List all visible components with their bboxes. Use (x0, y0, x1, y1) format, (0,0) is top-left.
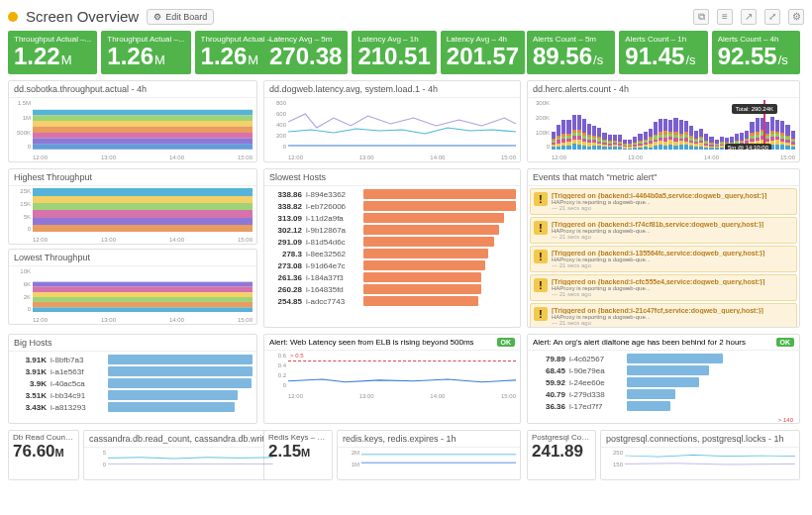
alert-latency-panel[interactable]: Alert: Web Latency seen from ELB is risi… (263, 334, 521, 424)
chart-tooltip-time: 5m @ 14:10:00 (725, 144, 771, 150)
host-row[interactable]: 261.36i-184a37f3 (268, 272, 516, 282)
host-row[interactable]: 338.86i-894e3362 (268, 189, 516, 199)
status-badge: OK (497, 338, 516, 347)
alerts-chart-panel[interactable]: dd.herc.alerts.count - 4h 300K200K100K0 … (527, 80, 800, 162)
status-badge: OK (776, 338, 795, 347)
alerts-tiles: Alerts Count – 5m89.56/s Alerts Count – … (527, 31, 800, 74)
host-row[interactable]: 254.85i-adcc7743 (268, 296, 516, 306)
fullscreen-icon[interactable]: ⤢ (764, 9, 780, 25)
throughput-tiles: Throughput Actual –...1.22M Throughput A… (8, 31, 257, 74)
x-axis: 12:0013:0014:0015:00 (288, 393, 516, 399)
alert-latency-title: Alert: Web Latency seen from ELB is risi… (269, 338, 474, 347)
tile-latency-1h[interactable]: Latency Avg – 1h210.51 (352, 31, 436, 74)
pg-connect-tile[interactable]: Postgresql Connect...241.89 (527, 430, 596, 480)
host-row[interactable]: 79.89i-4c62567 (532, 354, 795, 363)
throughput-chart-title: dd.sobotka.throughput.actual - 4h (9, 81, 256, 98)
x-axis: 12:0013:0014:0015:00 (288, 154, 516, 160)
tile-alerts-1h[interactable]: Alerts Count – 1h91.45/s (619, 31, 707, 74)
x-axis: 12:0013:0014:0015:00 (552, 154, 795, 160)
alert-dialtone-panel[interactable]: Alert: An org's alert dialtone age has b… (527, 334, 800, 424)
host-row[interactable]: 291.09i-81d54d6c (268, 237, 516, 247)
snapshot-icon[interactable]: ⧉ (693, 9, 709, 25)
y-axis: 25K15K5K0 (11, 188, 31, 232)
event-row[interactable]: ![Triggered on {backend:i-135564fc,servi… (530, 246, 797, 272)
tile-latency-4h[interactable]: Latency Avg – 4h201.57 (441, 31, 525, 74)
big-hosts-title: Big Hosts (9, 335, 256, 352)
host-row[interactable]: 3.51Ki-bb34c91 (13, 390, 253, 400)
host-row[interactable]: 36.36i-17ed7f7 (532, 401, 795, 411)
threshold-label: > 140 (778, 417, 793, 423)
share-icon[interactable]: ↗ (741, 9, 757, 25)
latency-chart-title: dd.dogweb.latency.avg, system.load.1 - 4… (264, 81, 520, 98)
graph-icon[interactable]: ≡ (717, 9, 733, 25)
y-axis: 0.60.40.20 (266, 353, 286, 388)
y-axis: 10K6K2K0 (11, 268, 31, 312)
host-row[interactable]: 3.9Ki-40ac5ca (13, 378, 253, 388)
y-axis: 1.5M1M500K0 (11, 100, 31, 150)
gear-icon: ⚙ (153, 12, 161, 22)
warning-icon: ! (534, 250, 548, 263)
latency-chart-panel[interactable]: dd.dogweb.latency.avg, system.load.1 - 4… (263, 80, 521, 162)
event-row[interactable]: ![Triggered on {backend:i-4464b0a5,servi… (530, 188, 797, 215)
lowest-throughput-panel[interactable]: Lowest Throughput 10K6K2K0 12:0013:0014:… (8, 249, 257, 325)
throughput-chart-panel[interactable]: dd.sobotka.throughput.actual - 4h 1.5M1M… (8, 80, 257, 162)
events-panel[interactable]: Events that match "metric alert" ![Trigg… (527, 168, 800, 328)
x-axis: 12:0013:0014:0015:00 (33, 237, 253, 243)
tile-alerts-4h[interactable]: Alerts Count – 4h92.55/s (712, 31, 800, 74)
warning-icon: ! (534, 307, 548, 321)
highest-throughput-panel[interactable]: Highest Throughput 25K15K5K0 12:0013:001… (8, 168, 257, 245)
warning-icon: ! (534, 192, 548, 206)
y-axis: 8006004002000 (266, 100, 286, 150)
host-row[interactable]: 59.92i-24ee60e (532, 377, 795, 387)
x-axis: 12:0013:0014:0015:00 (33, 154, 253, 160)
cassandra-chart[interactable]: cassandra.db.read_count, cassandra.db.wr… (83, 430, 278, 480)
chart-tooltip: Total: 290.24K (732, 104, 777, 114)
edit-board-button[interactable]: ⚙ Edit Board (147, 9, 214, 25)
highest-title: Highest Throughput (9, 169, 256, 186)
latency-tiles: Latency Avg – 5m270.38 Latency Avg – 1h2… (263, 31, 521, 74)
host-row[interactable]: 3.91Ki-a1e563f (13, 366, 253, 376)
tile-throughput-1h[interactable]: Throughput Actual –...1.26M (101, 31, 190, 74)
slowest-title: Slowest Hosts (264, 169, 520, 186)
host-row[interactable]: 3.43Ki-a813293 (13, 402, 253, 412)
x-axis: 12:0013:0014:0015:00 (33, 317, 253, 323)
y-axis: 300K200K100K0 (530, 100, 550, 150)
status-dot-icon (8, 12, 18, 22)
top-bar: Screen Overview ⚙ Edit Board ⧉ ≡ ↗ ⤢ ⚙ (8, 8, 804, 25)
event-row[interactable]: ![Triggered on {backend:i-21c47fcf,servi… (530, 303, 797, 327)
host-row[interactable]: 40.79i-279d338 (532, 389, 795, 399)
big-hosts-panel[interactable]: Big Hosts 3.91Ki-8bfb7a33.91Ki-a1e563f3.… (8, 334, 257, 424)
host-row[interactable]: 302.12i-9b12867a (268, 225, 516, 235)
host-row[interactable]: 338.82i-eb726006 (268, 201, 516, 211)
lowest-title: Lowest Throughput (9, 250, 256, 266)
alert-dialtone-title: Alert: An org's alert dialtone age has b… (533, 338, 746, 347)
event-row[interactable]: ![Triggered on {backend:i-f74cf81b,servi… (530, 217, 797, 244)
slowest-hosts-panel[interactable]: Slowest Hosts 338.86i-894e3362338.82i-eb… (263, 168, 521, 328)
page-title: Screen Overview (26, 8, 139, 25)
events-title: Events that match "metric alert" (528, 169, 799, 186)
tile-alerts-5m[interactable]: Alerts Count – 5m89.56/s (527, 31, 615, 74)
settings-icon[interactable]: ⚙ (788, 9, 804, 25)
event-row[interactable]: ![Triggered on {backend:i-cfc555e4,servi… (530, 274, 797, 301)
warning-icon: ! (534, 221, 548, 235)
host-row[interactable]: 313.09i-11d2a9fa (268, 213, 516, 223)
host-row[interactable]: 260.28i-164835fd (268, 284, 516, 294)
tile-throughput-5m[interactable]: Throughput Actual –...1.22M (8, 31, 97, 74)
host-row[interactable]: 68.45i-90e79ea (532, 365, 795, 375)
warning-icon: ! (534, 278, 548, 292)
alerts-chart-title: dd.herc.alerts.count - 4h (528, 81, 799, 98)
pg-chart[interactable]: postgresql.connections, postgresql.locks… (600, 430, 800, 480)
host-row[interactable]: 3.91Ki-8bfb7a3 (13, 355, 253, 364)
host-row[interactable]: 273.08i-91d64e7c (268, 260, 516, 270)
edit-board-label: Edit Board (165, 12, 207, 22)
host-row[interactable]: 278.3i-8ee32562 (268, 249, 516, 258)
tile-latency-5m[interactable]: Latency Avg – 5m270.38 (263, 31, 348, 74)
db-read-tile[interactable]: Db Read Count – 5m76.60M (8, 430, 79, 480)
redis-chart[interactable]: redis.keys, redis.expires - 1h2M1M (337, 430, 521, 480)
